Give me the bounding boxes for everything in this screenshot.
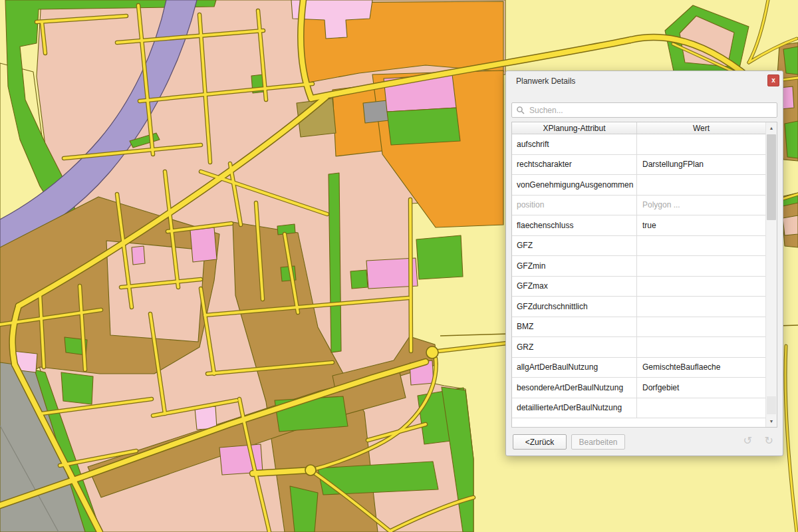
attribute-cell: GRZ <box>512 337 637 357</box>
table-header: XPlanung-Attribut Wert <box>512 122 765 134</box>
attribute-cell: GFZmin <box>512 256 637 276</box>
close-icon: x <box>771 76 775 84</box>
attribute-cell: flaechenschluss <box>512 215 637 235</box>
table-row[interactable]: detaillierteArtDerBaulNutzung <box>512 398 765 419</box>
back-button[interactable]: <Zurück <box>513 434 567 450</box>
value-cell: GemischteBauflaeche <box>637 358 765 378</box>
attribute-cell: allgArtDerBaulNutzung <box>512 358 637 378</box>
attribute-cell: aufschrift <box>512 134 637 154</box>
value-cell: true <box>637 215 765 235</box>
value-cell <box>637 256 765 276</box>
table-row[interactable]: positionPolygon ... <box>512 196 765 216</box>
table-row[interactable]: GRZ <box>512 337 765 358</box>
value-cell <box>637 175 765 195</box>
dialog-footer: <Zurück Bearbeiten ↺ ↻ <box>506 428 783 456</box>
value-cell <box>637 277 765 297</box>
scroll-down-button[interactable]: ▼ <box>766 416 777 427</box>
value-cell <box>637 317 765 337</box>
table-body: aufschriftrechtscharakterDarstellungFPla… <box>512 134 765 428</box>
value-cell <box>637 337 765 357</box>
edit-button[interactable]: Bearbeiten <box>571 434 625 450</box>
attribute-table: XPlanung-Attribut Wert aufschriftrechtsc… <box>511 122 777 428</box>
search-box <box>511 102 777 118</box>
table-row[interactable]: GFZmax <box>512 277 765 297</box>
table-scrollbar[interactable]: ▲ ▼ <box>765 122 777 427</box>
value-cell: DarstellungFPlan <box>637 155 765 175</box>
column-header-attribut[interactable]: XPlanung-Attribut <box>512 122 637 134</box>
dialog-title: Planwerk Details <box>516 76 575 86</box>
attribute-cell: GFZmax <box>512 277 637 297</box>
attribute-cell: GFZ <box>512 236 637 256</box>
attribute-cell: besondereArtDerBaulNutzung <box>512 378 637 398</box>
app-window: Planwerk Details x XPlanung-Attribut Wer… <box>0 0 798 532</box>
table-row[interactable]: rechtscharakterDarstellungFPlan <box>512 155 765 176</box>
table-row[interactable]: GFZ <box>512 236 765 257</box>
table-row[interactable]: flaechenschlusstrue <box>512 215 765 236</box>
attribute-cell: position <box>512 196 637 215</box>
value-cell <box>637 297 765 317</box>
dialog-titlebar[interactable]: Planwerk Details x <box>506 71 783 94</box>
attribute-cell: rechtscharakter <box>512 155 637 175</box>
attribute-cell: GFZdurchschnittlich <box>512 297 637 317</box>
value-cell <box>637 236 765 256</box>
value-cell: Polygon ... <box>637 196 765 215</box>
attribute-cell: detaillierteArtDerBaulNutzung <box>512 398 637 418</box>
table-row[interactable]: GFZdurchschnittlich <box>512 297 765 317</box>
scrollbar-thumb[interactable] <box>767 134 776 220</box>
redo-icon[interactable]: ↻ <box>765 434 773 448</box>
table-row[interactable]: allgArtDerBaulNutzungGemischteBauflaeche <box>512 358 765 378</box>
table-row[interactable]: GFZmin <box>512 256 765 277</box>
attribute-cell: vonGenehmigungAusgenommen <box>512 175 637 195</box>
scrollbar-track-shade <box>767 396 776 414</box>
table-row[interactable]: BMZ <box>512 317 765 338</box>
value-cell <box>637 398 765 418</box>
table-row[interactable]: besondereArtDerBaulNutzungDorfgebiet <box>512 378 765 398</box>
search-icon <box>516 106 525 115</box>
planwerk-details-dialog: Planwerk Details x XPlanung-Attribut Wer… <box>505 70 783 456</box>
close-button[interactable]: x <box>767 74 779 86</box>
search-input[interactable] <box>525 106 777 115</box>
undo-icon[interactable]: ↺ <box>743 434 752 448</box>
column-header-wert[interactable]: Wert <box>637 122 765 134</box>
value-cell <box>637 134 765 154</box>
attribute-cell: BMZ <box>512 317 637 337</box>
value-cell: Dorfgebiet <box>637 378 765 398</box>
table-row[interactable]: aufschrift <box>512 134 765 155</box>
table-row[interactable]: vonGenehmigungAusgenommen <box>512 175 765 196</box>
scroll-up-button[interactable]: ▲ <box>766 122 777 134</box>
